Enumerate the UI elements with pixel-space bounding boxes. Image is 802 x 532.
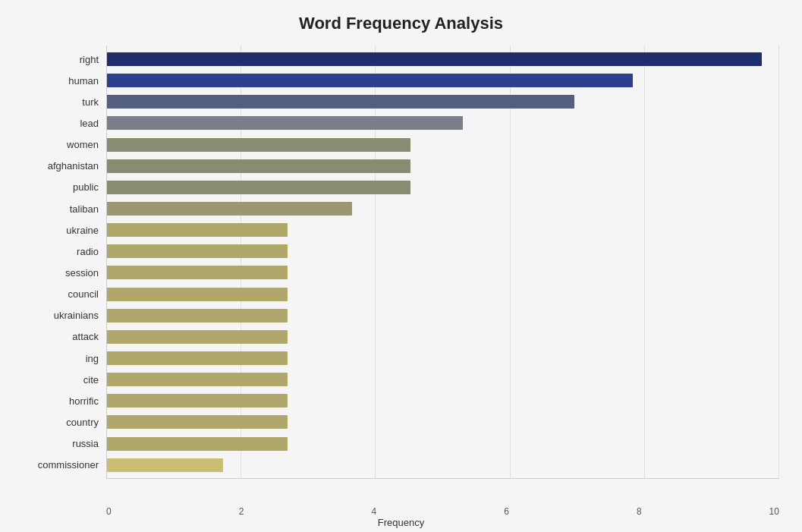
y-label: taliban: [0, 200, 106, 217]
bar: [106, 351, 288, 365]
bar-row: [106, 200, 779, 217]
bar-row: [106, 414, 779, 430]
bar: [106, 95, 574, 109]
chart-title: Word Frequency Analysis: [0, 14, 802, 33]
y-label: turk: [0, 93, 106, 110]
y-label: public: [0, 179, 106, 196]
y-label: lead: [0, 115, 106, 131]
bar-row: [106, 392, 779, 409]
bar-row: [106, 457, 779, 474]
y-label: council: [0, 286, 106, 303]
bar: [106, 373, 288, 386]
bar-row: [106, 307, 779, 324]
y-label: afghanistan: [0, 158, 106, 175]
bar: [106, 437, 288, 451]
bar-row: [106, 93, 779, 110]
x-axis-title: Frequency: [0, 517, 802, 528]
x-axis: 0246810: [106, 506, 779, 517]
bar-row: [106, 222, 779, 238]
bar-row: [106, 158, 779, 175]
bar: [106, 202, 352, 216]
bar: [106, 394, 288, 408]
y-axis-line: [106, 46, 107, 479]
bar: [106, 52, 762, 66]
chart-area: [106, 46, 779, 479]
y-label: cite: [0, 371, 106, 388]
bar-row: [106, 264, 779, 281]
y-label: russia: [0, 436, 106, 452]
chart-container: Word Frequency Analysis righthumanturkle…: [0, 0, 802, 532]
bars-wrapper: [106, 46, 779, 479]
bar-row: [106, 350, 779, 367]
x-tick-label: 6: [504, 506, 509, 517]
bar-row: [106, 436, 779, 452]
x-tick-label: 8: [637, 506, 642, 517]
bar-row: [106, 329, 779, 345]
y-label: ukrainians: [0, 307, 106, 324]
bar: [106, 159, 410, 173]
bar-row: [106, 137, 779, 153]
bar: [106, 223, 288, 237]
bar-row: [106, 371, 779, 388]
x-tick-label: 0: [106, 506, 112, 517]
bar: [106, 309, 288, 323]
y-label: commissioner: [0, 457, 106, 474]
y-label: attack: [0, 329, 106, 345]
y-label: horrific: [0, 392, 106, 409]
x-tick-label: 10: [769, 506, 779, 517]
y-label: human: [0, 72, 106, 89]
bar-row: [106, 115, 779, 131]
x-tick-label: 4: [371, 506, 376, 517]
bar: [106, 266, 288, 279]
y-label: ing: [0, 350, 106, 367]
y-axis: righthumanturkleadwomenafghanistanpublic…: [0, 46, 106, 479]
y-label: women: [0, 137, 106, 153]
bar-row: [106, 286, 779, 303]
y-label: country: [0, 414, 106, 430]
bar: [106, 288, 288, 301]
y-label: radio: [0, 243, 106, 260]
y-label: ukraine: [0, 222, 106, 238]
bar: [106, 138, 410, 152]
y-label: right: [0, 51, 106, 68]
bar-row: [106, 51, 779, 68]
bar: [106, 244, 288, 258]
x-tick-label: 2: [239, 506, 244, 517]
bar-row: [106, 72, 779, 89]
bar: [106, 74, 633, 87]
bar: [106, 116, 463, 130]
bar: [106, 330, 288, 344]
y-label: session: [0, 264, 106, 281]
bar-row: [106, 243, 779, 260]
bar-row: [106, 179, 779, 196]
bar: [106, 181, 410, 194]
x-axis-line: [106, 478, 779, 479]
bar: [106, 415, 288, 429]
bar: [106, 458, 223, 472]
